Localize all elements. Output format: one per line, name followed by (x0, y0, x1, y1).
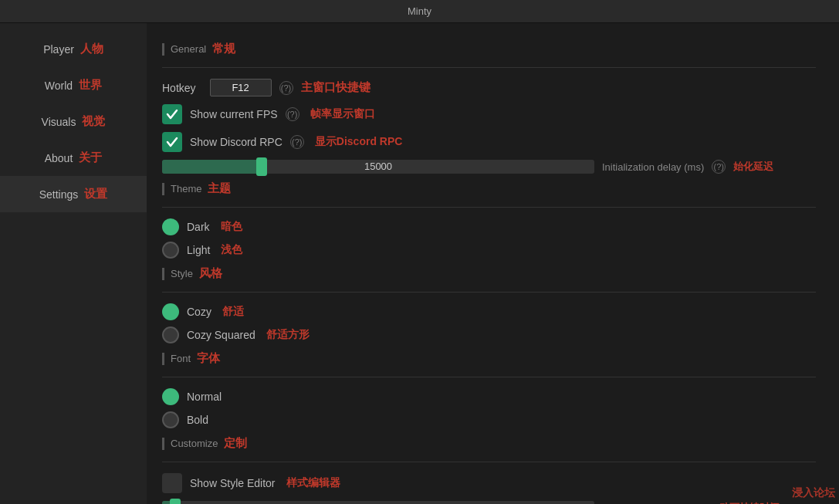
checkmark-icon (166, 108, 178, 120)
font-label-en: Font (171, 353, 191, 364)
show-discord-label-zh: 显示Discord RPC (315, 135, 403, 149)
cozy-label-zh: 舒适 (222, 305, 244, 319)
sidebar-label-zh-settings: 设置 (84, 187, 107, 201)
anim-duration-row: 0.200 Duration of animation (s) 动画持续时间 (162, 501, 816, 504)
font-label-zh: 字体 (197, 351, 220, 366)
sidebar-label-zh-world: 世界 (79, 78, 102, 93)
sidebar-label-en-about: About (45, 152, 73, 164)
customize-divider (162, 462, 816, 462)
customize-label-en: Customize (171, 438, 218, 449)
show-style-editor-label-en: Show Style Editor (190, 477, 276, 489)
cozy-squared-radio-row: Cozy Squared 舒适方形 (162, 326, 816, 343)
theme-section-header: Theme 主题 (162, 181, 816, 196)
app-title: Minty (408, 5, 431, 17)
cozy-radio-row: Cozy 舒适 (162, 303, 816, 320)
cozy-squared-radio[interactable] (162, 326, 179, 343)
cozy-squared-label-zh: 舒适方形 (266, 328, 310, 342)
hotkey-input[interactable] (210, 79, 272, 96)
general-divider (162, 67, 816, 68)
general-label-en: General (171, 43, 206, 55)
light-radio-row: Light 浅色 (162, 242, 816, 259)
normal-radio[interactable] (162, 388, 179, 405)
show-fps-checkbox[interactable] (162, 104, 182, 124)
init-delay-label-zh: 始化延迟 (733, 160, 773, 174)
style-label-zh: 风格 (199, 266, 222, 281)
init-delay-label-en: Initialization delay (ms) (602, 161, 704, 173)
show-style-editor-checkbox[interactable] (162, 473, 182, 493)
theme-divider (162, 207, 816, 208)
sidebar-label-zh-player: 人物 (80, 42, 103, 56)
init-delay-row: 15000 Initialization delay (ms) (?) 始化延迟 (162, 160, 816, 174)
show-discord-label-en: Show Discord RPC (190, 136, 282, 148)
show-discord-row: Show Discord RPC (?) 显示Discord RPC (162, 132, 816, 152)
normal-label: Normal (187, 391, 222, 403)
cozy-label: Cozy (187, 306, 211, 318)
show-discord-checkbox[interactable] (162, 132, 182, 152)
sidebar: Player 人物 World 世界 Visuals 视觉 About 关于 S… (0, 23, 147, 504)
titlebar: Minty (0, 0, 839, 23)
dark-label-zh: 暗色 (221, 220, 242, 234)
sidebar-item-player[interactable]: Player 人物 (0, 31, 147, 67)
dark-radio[interactable] (162, 218, 179, 235)
light-label: Light (187, 244, 210, 256)
hotkey-row: Hotkey (?) 主窗口快捷键 (162, 79, 816, 96)
hotkey-label-zh: 主窗口快捷键 (301, 80, 370, 95)
sidebar-label-zh-visuals: 视觉 (82, 114, 105, 129)
init-delay-value: 15000 (162, 161, 594, 172)
sidebar-label-en-settings: Settings (39, 188, 79, 201)
anim-duration-label-zh: 动画持续时间 (719, 501, 780, 504)
font-section-header: Font 字体 (162, 351, 816, 366)
font-divider (162, 377, 816, 377)
bold-radio-row: Bold (162, 411, 816, 428)
sidebar-label-en-world: World (45, 79, 73, 92)
checkmark-icon2 (166, 136, 178, 148)
show-fps-help-icon[interactable]: (?) (286, 107, 299, 121)
dark-label: Dark (187, 221, 210, 233)
bold-radio[interactable] (162, 411, 179, 428)
dark-radio-row: Dark 暗色 (162, 218, 816, 235)
theme-label-en: Theme (171, 183, 201, 194)
show-fps-label-en: Show current FPS (190, 108, 278, 120)
general-label-zh: 常规 (212, 42, 235, 56)
sidebar-item-world[interactable]: World 世界 (0, 67, 147, 103)
init-delay-help-icon[interactable]: (?) (712, 160, 726, 174)
init-delay-slider[interactable]: 15000 (162, 160, 594, 174)
theme-label-zh: 主题 (208, 181, 231, 196)
anim-duration-slider[interactable]: 0.200 (162, 501, 594, 504)
customize-label-zh: 定制 (224, 436, 247, 451)
light-radio[interactable] (162, 242, 179, 259)
hotkey-label: Hotkey (162, 82, 196, 94)
bold-label: Bold (187, 414, 208, 426)
cozy-radio[interactable] (162, 303, 179, 320)
settings-content: General 常规 Hotkey (?) 主窗口快捷键 Show curren… (147, 23, 839, 504)
sidebar-label-en-player: Player (43, 43, 74, 56)
general-section-header: General 常规 (162, 42, 816, 56)
style-section-header: Style 风格 (162, 266, 816, 281)
sidebar-label-zh-about: 关于 (79, 151, 102, 165)
normal-radio-row: Normal (162, 388, 816, 405)
sidebar-item-settings[interactable]: Settings 设置 (0, 176, 147, 212)
sidebar-label-en-visuals: Visuals (42, 116, 76, 128)
show-fps-row: Show current FPS (?) 帧率显示窗口 (162, 104, 816, 124)
show-style-editor-row: Show Style Editor 样式编辑器 (162, 473, 816, 493)
show-fps-label-zh: 帧率显示窗口 (310, 107, 375, 121)
cozy-squared-label: Cozy Squared (187, 329, 255, 341)
customize-section-header: Customize 定制 (162, 436, 816, 451)
style-label-en: Style (171, 268, 193, 279)
style-divider (162, 292, 816, 293)
show-style-editor-label-zh: 样式编辑器 (286, 476, 340, 490)
light-label-zh: 浅色 (221, 243, 242, 257)
hotkey-help-icon[interactable]: (?) (279, 81, 293, 95)
show-discord-help-icon[interactable]: (?) (290, 135, 304, 149)
sidebar-item-visuals[interactable]: Visuals 视觉 (0, 103, 147, 140)
sidebar-item-about[interactable]: About 关于 (0, 140, 147, 176)
